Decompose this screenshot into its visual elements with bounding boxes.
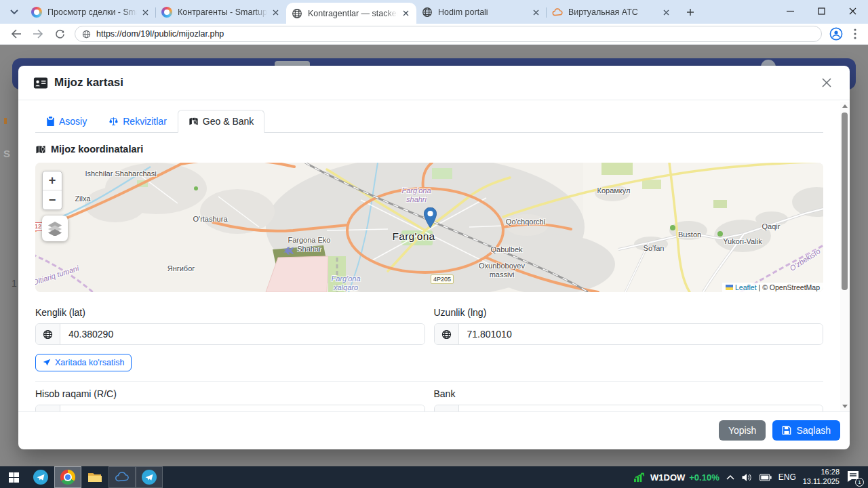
background-number: 1 <box>12 278 17 289</box>
account-input[interactable] <box>60 405 425 411</box>
save-label: Saqlash <box>796 425 831 436</box>
lat-input-group <box>35 323 425 345</box>
floppy-icon <box>782 426 791 435</box>
tab-title: Hodim portali <box>438 7 528 17</box>
volume-icon[interactable] <box>741 473 753 482</box>
map-zoom-control: + − <box>42 171 62 210</box>
screen: Просмотр сделки - Smartup Контрагенты - … <box>0 0 868 488</box>
profile-button[interactable] <box>827 25 845 43</box>
forward-button[interactable] <box>29 25 47 43</box>
lat-label: Kenglik (lat) <box>35 307 425 318</box>
cloud-app-icon <box>115 472 130 483</box>
hidden-icons-chevron[interactable] <box>726 474 734 480</box>
tab-label: Rekvizitlar <box>123 116 167 127</box>
map-tiles <box>35 163 823 292</box>
close-modal-button[interactable] <box>818 75 835 91</box>
taskbar-chrome[interactable] <box>54 466 81 488</box>
bank-icon <box>435 405 459 411</box>
osm-credit[interactable]: | © OpenStreetMap <box>759 283 820 291</box>
zoom-in-button[interactable]: + <box>43 171 62 190</box>
tab-close-icon[interactable] <box>270 7 281 18</box>
tab-close-icon[interactable] <box>400 8 411 19</box>
system-tray: W1DOW +0.10% ENG 16:28 13.11.2025 1 <box>633 468 868 487</box>
tab-title: Виртуальная АТС <box>568 7 658 17</box>
taskbar-clock[interactable]: 16:28 13.11.2025 <box>803 468 840 487</box>
stocks-icon <box>633 472 646 483</box>
windows-icon <box>9 472 19 483</box>
scrollbar-thumb[interactable] <box>842 113 848 290</box>
bank-input[interactable] <box>459 405 823 411</box>
scroll-down-arrow[interactable] <box>840 402 849 411</box>
section-title-text: Mijoz koordinatalari <box>51 144 143 155</box>
lng-input-group <box>434 323 824 345</box>
modal-scrollbar[interactable] <box>840 102 849 411</box>
browser-tab-5[interactable]: Виртуальная АТС <box>547 2 677 22</box>
reload-button[interactable] <box>51 25 68 43</box>
browser-tab-2[interactable]: Контрагенты - Smartup <box>156 2 286 22</box>
scroll-up-arrow[interactable] <box>840 102 849 110</box>
show-on-map-label: Xaritada ko'rsatish <box>55 358 124 367</box>
modal-footer: Yopish Saqlash <box>18 411 850 449</box>
bank-label: Bank <box>434 388 824 399</box>
bank-input-group <box>434 405 824 411</box>
lat-input[interactable] <box>60 324 425 344</box>
section-title: Mijoz koordinatalari <box>35 144 823 155</box>
window-controls <box>774 0 868 24</box>
taskbar-atc-app[interactable] <box>108 466 136 488</box>
modal-title-text: Mijoz kartasi <box>54 76 123 89</box>
tab-search-button[interactable] <box>4 3 24 21</box>
globe-favicon-icon <box>292 8 302 19</box>
start-button[interactable] <box>0 466 27 488</box>
browser-tab-1[interactable]: Просмотр сделки - Smartup <box>26 2 156 22</box>
bank-row: Hisob raqami (R/C) Bank <box>35 388 823 411</box>
taskbar-explorer[interactable] <box>81 466 108 488</box>
bank-icon <box>36 405 60 411</box>
map-layers-button[interactable] <box>42 216 68 241</box>
browser-menu-button[interactable] <box>848 25 863 43</box>
save-button[interactable]: Saqlash <box>772 420 840 441</box>
file-explorer-icon <box>87 471 102 483</box>
back-button[interactable] <box>7 25 25 43</box>
forward-arrow-icon <box>33 29 43 39</box>
browser-tab-4[interactable]: Hodim portali <box>416 2 547 22</box>
background-letter: S <box>3 148 10 159</box>
kebab-menu-icon <box>854 28 856 39</box>
reload-icon <box>55 29 65 39</box>
taskbar-telegram-2[interactable] <box>136 466 163 488</box>
background-mark <box>4 118 7 124</box>
browser-tab-3-active[interactable]: Kontragentlar — stacked moda <box>286 3 416 24</box>
tab-close-icon[interactable] <box>140 7 151 18</box>
action-center-button[interactable]: 1 <box>846 470 861 484</box>
tab-close-icon[interactable] <box>530 7 541 18</box>
tab-label: Asosiy <box>59 116 87 127</box>
globe-icon <box>36 324 60 344</box>
tab-title: Kontragentlar — stacked moda <box>308 9 397 18</box>
browser-tabstrip: Просмотр сделки - Smartup Контрагенты - … <box>0 0 868 24</box>
minimize-button[interactable] <box>774 0 806 22</box>
stock-ticker-widget[interactable]: W1DOW +0.10% <box>633 472 719 483</box>
maximize-button[interactable] <box>806 0 837 22</box>
lng-input[interactable] <box>459 324 823 344</box>
map-icon <box>35 144 46 155</box>
show-on-map-button[interactable]: Xaritada ko'rsatish <box>35 354 132 371</box>
tab-asosiy[interactable]: Asosiy <box>35 110 98 133</box>
globe-favicon-icon <box>422 7 433 18</box>
leaflet-link[interactable]: Leaflet <box>735 283 757 291</box>
modal-backdrop: S 1 Mijoz kartasi Asosiy <box>0 45 868 466</box>
close-button[interactable]: Yopish <box>719 420 766 441</box>
clipboard-icon <box>46 117 55 126</box>
tab-rekvizitlar[interactable]: Rekvizitlar <box>98 110 178 133</box>
language-indicator[interactable]: ENG <box>778 472 796 482</box>
tab-close-icon[interactable] <box>660 7 671 18</box>
leaflet-map[interactable]: Ishchilar Shaharchasi Zilxa O'rtashura F… <box>35 163 823 292</box>
ukraine-flag-icon <box>726 285 733 290</box>
close-window-button[interactable] <box>837 0 868 22</box>
url-bar[interactable]: https://dom/19l/public/mijozlar.php <box>75 26 822 42</box>
taskbar-telegram[interactable] <box>27 466 54 488</box>
new-tab-button[interactable] <box>681 3 700 22</box>
zoom-out-button[interactable]: − <box>43 190 62 209</box>
cloud-favicon-icon <box>552 7 563 18</box>
battery-icon[interactable] <box>760 474 772 481</box>
account-label: Hisob raqami (R/C) <box>35 388 425 399</box>
tab-geo-bank[interactable]: Geo & Bank <box>178 110 265 133</box>
